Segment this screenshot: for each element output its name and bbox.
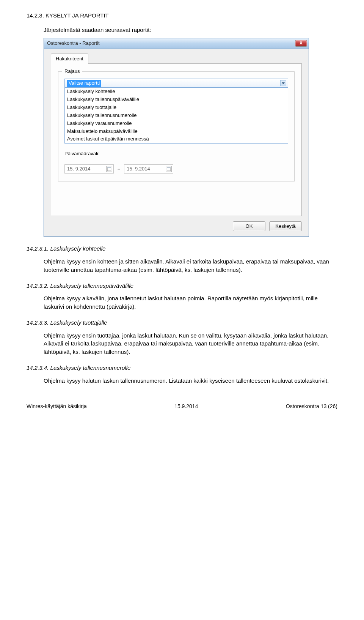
svg-marker-0 [282,82,285,84]
svg-rect-2 [107,167,111,168]
date-to-value: 15. 9.2014 [127,166,150,173]
date-separator: – [117,166,121,173]
report-select[interactable]: Valitse raportti Laskukysely kohteelle L… [64,79,288,144]
chevron-down-icon[interactable] [280,80,286,86]
intro-text: Järjestelmästä saadaan seuraavat raporti… [44,26,337,34]
section-number: 14.2.3. [27,12,44,19]
body-text: Ohjelma kysyy ensin kohteen ja sitten ai… [44,257,337,274]
footer-right: Ostoreskontra 13 (26) [286,402,337,410]
body-text: Ohjelma kysyy ensin tuottajaa, jonka las… [44,331,337,356]
footer-left: Winres-käyttäjän käsikirja [27,402,87,410]
list-item[interactable]: Laskukysely tuottajalle [65,104,288,112]
dialog-title: Ostoreskontra - Raportit [47,40,100,47]
body-text: Ohjelma kysyy halutun laskun tallennusnu… [44,377,337,385]
subsection-heading: 14.2.3.2. Laskukysely tallennuspäiväväli… [27,282,337,290]
close-button[interactable]: X [295,40,307,47]
list-item[interactable]: Laskukysely varausnumerolle [65,120,288,128]
subsection-heading: 14.2.3.4. Laskukysely tallennusnumerolle [27,364,337,372]
svg-rect-4 [167,167,171,168]
ok-button[interactable]: OK [233,221,265,231]
combo-dropdown-list[interactable]: Laskukysely kohteelle Laskukysely tallen… [64,88,288,144]
list-item[interactable]: Avoimet laskut eräpäivään mennessä [65,135,288,143]
reports-dialog: Ostoreskontra - Raportit X Hakukriteerit… [44,38,309,237]
dialog-titlebar: Ostoreskontra - Raportit X [44,38,309,49]
date-range-label: Päivämääräväli: [64,150,288,158]
subsection-heading: 14.2.3.1. Laskukysely kohteelle [27,245,337,253]
tab-panel: Rajaus Valitse raportti Laskukysely koht… [51,63,302,216]
section-heading: 14.2.3. KYSELYT JA RAPORTIT [27,11,337,20]
date-to-input[interactable]: 15. 9.2014 [124,164,173,174]
date-from-value: 15. 9.2014 [67,166,90,173]
list-item[interactable]: Maksuluettelo maksupäivävälille [65,128,288,136]
combo-selected-row[interactable]: Valitse raportti [64,79,288,88]
tab-strip: Hakukriteerit [51,54,302,64]
dialog-body: Hakukriteerit Rajaus Valitse raportti La… [44,49,309,237]
cancel-button[interactable]: Keskeytä [269,221,302,231]
list-item[interactable]: Laskukysely kohteelle [65,88,288,96]
body-text: Ohjelma kysyy aikavälin, jona tallennetu… [44,294,337,311]
list-item[interactable]: Laskukysely tallennuspäivävälille [65,96,288,104]
date-range-row: 15. 9.2014 – 15. 9.2014 [64,164,288,174]
page-footer: Winres-käyttäjän käsikirja 15.9.2014 Ost… [27,400,337,410]
calendar-icon[interactable] [106,166,112,172]
footer-center: 15.9.2014 [174,402,198,410]
date-from-input[interactable]: 15. 9.2014 [64,164,114,174]
subsection-heading: 14.2.3.3. Laskukysely tuottajalle [27,319,337,327]
rajaus-fieldset: Rajaus Valitse raportti Laskukysely koht… [58,71,295,181]
calendar-icon[interactable] [166,166,172,172]
section-title: KYSELYT JA RAPORTIT [46,12,109,19]
dialog-button-row: OK Keskeytä [51,221,302,231]
close-icon: X [300,40,302,46]
combo-selected-text: Valitse raportti [67,80,101,87]
list-item[interactable]: Laskukysely tallennusnumerolle [65,112,288,120]
tab-search-criteria[interactable]: Hakukriteerit [51,54,88,64]
fieldset-legend: Rajaus [62,68,82,75]
